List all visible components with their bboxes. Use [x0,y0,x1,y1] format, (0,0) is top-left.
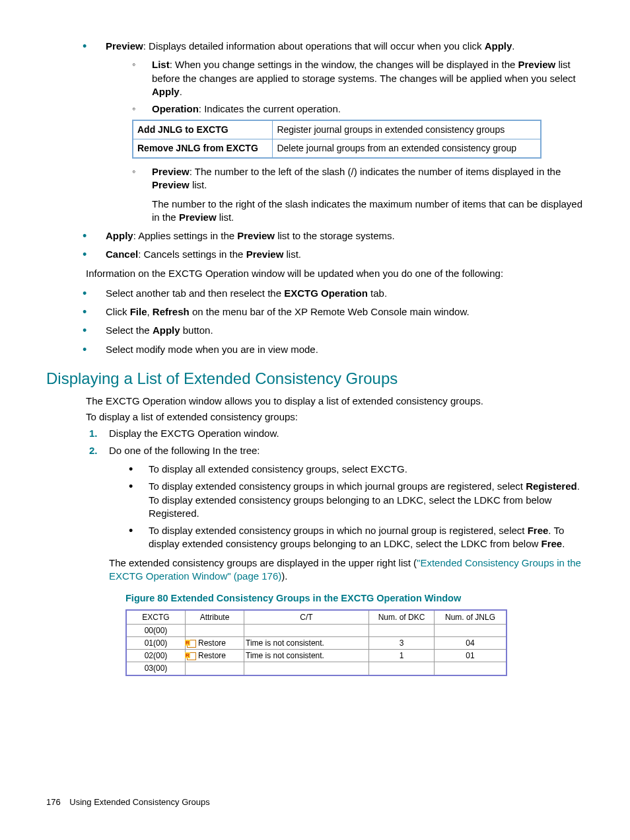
restore-icon [187,640,196,648]
step-1: 1.Display the EXCTG Operation window. [89,427,584,440]
table-row: Add JNLG to EXCTG Register journal group… [133,120,541,139]
op-name: Add JNLG to EXCTG [133,120,273,139]
col-attribute: Attribute [186,610,244,625]
section-body: The EXCTG Operation window allows you to… [46,395,584,424]
table-header-row: EXCTG Attribute C/T Num. of DKC Num. of … [126,610,507,625]
restore-icon [187,652,196,660]
operation-table-wrap: Add JNLG to EXCTG Register journal group… [132,120,584,159]
section-p1: The EXCTG Operation window allows you to… [86,395,584,408]
bullet-apply: Apply: Applies settings in the Preview l… [83,229,584,243]
step2-b: To display extended consistency groups i… [129,480,584,520]
op-name: Remove JNLG from EXCTG [133,139,273,158]
col-numdkc: Num. of DKC [369,610,435,625]
col-exctg: EXCTG [126,610,186,625]
op-desc: Register journal groups in extended cons… [273,120,541,139]
update-1: Select another tab and then reselect the… [83,287,584,300]
update-bullets: Select another tab and then reselect the… [46,287,584,356]
top-bullets: Preview: Displays detailed information a… [46,40,584,262]
figure-caption: Figure 80 Extended Consistency Groups in… [46,592,584,605]
section-p2: To display a list of extended consistenc… [86,410,584,424]
update-3: Select the Apply button. [83,324,584,337]
col-ct: C/T [244,610,369,625]
step-number: 2. [89,444,98,457]
table-row: 03(00) [126,662,507,675]
table-row: 01(00) Restore Time is not consistent. 3… [126,637,507,650]
step2-a: To display all extended consistency grou… [129,463,584,476]
step2-sub: To display all extended consistency grou… [109,463,584,551]
col-numjnlg: Num. of JNLG [435,610,507,625]
sub-preview: Preview: The number to the left of the s… [132,165,584,224]
sub-bullets: List: When you change settings in the wi… [106,58,584,224]
sub-operation: Operation: Indicates the current operati… [132,102,584,116]
operation-table: Add JNLG to EXCTG Register journal group… [132,120,542,159]
bullet-preview: Preview: Displays detailed information a… [83,40,584,224]
sub-preview-para2: The number to the right of the slash ind… [152,198,584,225]
section-heading: Displaying a List of Extended Consistenc… [46,368,584,389]
op-desc: Delete journal groups from an extended c… [273,139,541,158]
table-row: 02(00) Restore Time is not consistent. 1… [126,650,507,662]
step2-c: To display extended consistency groups i… [129,524,584,551]
sub-list: List: When you change settings in the wi… [132,58,584,98]
update-4: Select modify mode when you are in view … [83,343,584,356]
step-after: The extended consistency groups are disp… [109,556,584,584]
steps-list: 1.Display the EXCTG Operation window. 2.… [46,427,584,584]
step-number: 1. [89,427,98,440]
figure-table: EXCTG Attribute C/T Num. of DKC Num. of … [125,609,507,676]
bullet-cancel: Cancel: Cancels settings in the Preview … [83,248,584,261]
table-row: Remove JNLG from EXCTG Delete journal gr… [133,139,541,158]
step-2: 2.Do one of the following In the tree: T… [89,444,584,583]
update-2: Click File, Refresh on the menu bar of t… [83,305,584,319]
table-row: 00(00) [126,624,507,636]
info-line: Information on the EXCTG Operation windo… [46,267,584,280]
